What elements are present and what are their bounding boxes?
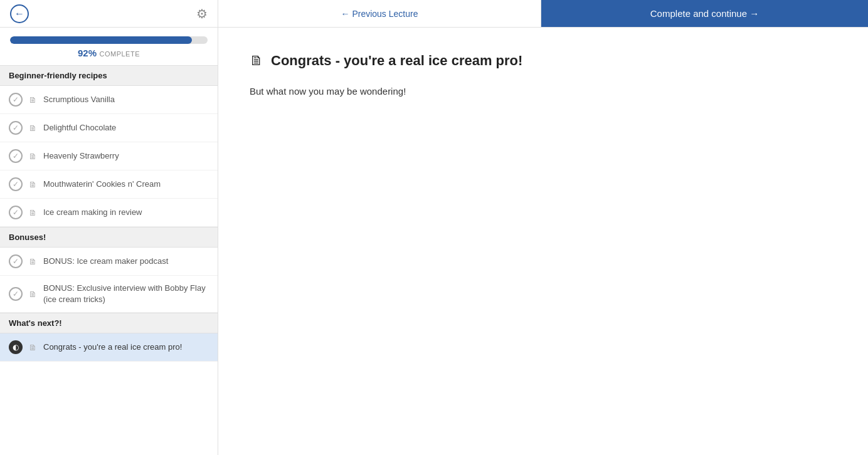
check-icon-congrats: ◐ xyxy=(9,340,23,354)
lesson-item-strawberry[interactable]: ✓🗎Heavenly Strawberry xyxy=(0,142,218,170)
section-header-whatsnext: What's next?! xyxy=(0,313,218,333)
doc-icon-podcast: 🗎 xyxy=(29,257,37,266)
back-button[interactable]: ← xyxy=(10,4,29,23)
doc-icon-strawberry: 🗎 xyxy=(29,152,37,161)
lesson-title-interview: BONUS: Exclusive interview with Bobby Fl… xyxy=(43,283,209,305)
header: ← ⚙ ← Previous Lecture Complete and cont… xyxy=(0,0,868,28)
lesson-item-chocolate[interactable]: ✓🗎Delightful Chocolate xyxy=(0,114,218,142)
check-icon-vanilla: ✓ xyxy=(9,93,23,107)
header-left: ← ⚙ xyxy=(0,0,218,27)
sidebar: 92% COMPLETE Beginner-friendly recipes✓🗎… xyxy=(0,28,218,455)
lesson-title-congrats: Congrats - you're a real ice cream pro! xyxy=(43,342,182,353)
section-header-beginner: Beginner-friendly recipes xyxy=(0,65,218,86)
lesson-title-strawberry: Heavenly Strawberry xyxy=(43,150,119,162)
doc-icon-cookies: 🗎 xyxy=(29,180,37,189)
progress-percent: 92% xyxy=(78,48,97,58)
content-doc-icon: 🗎 xyxy=(250,53,263,69)
progress-bar-fill xyxy=(10,36,192,44)
lesson-title-cookies: Mouthwaterin' Cookies n' Cream xyxy=(43,179,161,190)
doc-icon-chocolate: 🗎 xyxy=(29,123,37,133)
content-title-row: 🗎 Congrats - you're a real ice cream pro… xyxy=(250,53,837,69)
content-title: Congrats - you're a real ice cream pro! xyxy=(271,53,522,69)
lesson-item-podcast[interactable]: ✓🗎BONUS: Ice cream maker podcast xyxy=(0,248,218,276)
check-icon-interview: ✓ xyxy=(9,287,23,301)
header-center: ← Previous Lecture xyxy=(218,0,541,27)
previous-lecture-link[interactable]: ← Previous Lecture xyxy=(341,9,418,19)
check-icon-chocolate: ✓ xyxy=(9,121,23,135)
lesson-item-review[interactable]: ✓🗎Ice cream making in review xyxy=(0,199,218,227)
check-icon-strawberry: ✓ xyxy=(9,149,23,163)
sidebar-sections: Beginner-friendly recipes✓🗎Scrumptious V… xyxy=(0,65,218,362)
lesson-item-congrats[interactable]: ◐🗎Congrats - you're a real ice cream pro… xyxy=(0,333,218,362)
content-area: 🗎 Congrats - you're a real ice cream pro… xyxy=(218,28,868,455)
check-icon-podcast: ✓ xyxy=(9,254,23,268)
doc-icon-vanilla: 🗎 xyxy=(29,95,37,105)
section-header-bonuses: Bonuses! xyxy=(0,227,218,248)
lesson-item-vanilla[interactable]: ✓🗎Scrumptious Vanilla xyxy=(0,86,218,114)
doc-icon-review: 🗎 xyxy=(29,208,37,217)
lesson-title-chocolate: Delightful Chocolate xyxy=(43,122,116,133)
lesson-title-podcast: BONUS: Ice cream maker podcast xyxy=(43,256,168,267)
complete-and-continue-button[interactable]: Complete and continue → xyxy=(541,0,868,27)
complete-btn-label: Complete and continue → xyxy=(650,8,759,19)
content-body: But what now you may be wondering! xyxy=(250,84,837,99)
lesson-title-review: Ice cream making in review xyxy=(43,207,142,218)
progress-bar-track xyxy=(10,36,208,44)
lesson-title-vanilla: Scrumptious Vanilla xyxy=(43,94,115,105)
check-icon-cookies: ✓ xyxy=(9,177,23,191)
progress-area: 92% COMPLETE xyxy=(0,28,218,65)
check-icon-review: ✓ xyxy=(9,206,23,219)
doc-icon-interview: 🗎 xyxy=(29,290,37,299)
lesson-item-interview[interactable]: ✓🗎BONUS: Exclusive interview with Bobby … xyxy=(0,276,218,313)
doc-icon-congrats: 🗎 xyxy=(29,343,37,352)
progress-label: 92% COMPLETE xyxy=(10,48,208,59)
main-layout: 92% COMPLETE Beginner-friendly recipes✓🗎… xyxy=(0,28,868,455)
gear-button[interactable]: ⚙ xyxy=(196,6,208,21)
lesson-item-cookies[interactable]: ✓🗎Mouthwaterin' Cookies n' Cream xyxy=(0,170,218,199)
progress-complete-word: COMPLETE xyxy=(99,50,140,58)
